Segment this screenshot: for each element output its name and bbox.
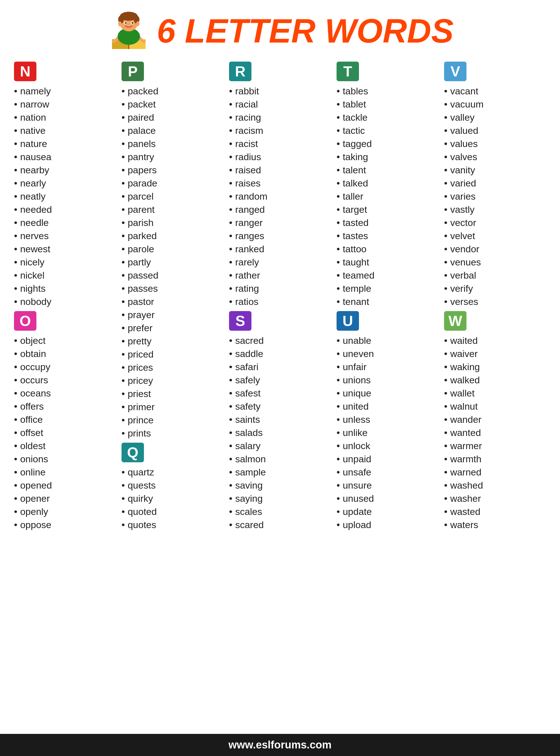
- list-item: waiver: [444, 347, 546, 360]
- page-header: 6 LETTER WORDS: [0, 0, 560, 56]
- letter-badge-W: W: [444, 311, 466, 331]
- list-item: random: [229, 190, 331, 203]
- svg-point-14: [118, 21, 121, 26]
- list-item: priced: [121, 348, 223, 361]
- list-item: occurs: [14, 374, 116, 387]
- list-item: prices: [121, 361, 223, 374]
- word-column: Rrabbitracialracingracismracistradiusrai…: [226, 59, 334, 532]
- list-item: office: [14, 413, 116, 426]
- list-item: priest: [121, 387, 223, 400]
- list-item: nights: [14, 282, 116, 295]
- list-item: nearly: [14, 177, 116, 190]
- list-item: quotes: [121, 518, 223, 532]
- letter-badge-N: N: [14, 62, 36, 81]
- list-item: neatly: [14, 190, 116, 203]
- list-item: tackle: [337, 111, 439, 124]
- list-item: unions: [337, 374, 439, 387]
- list-item: unlock: [337, 439, 439, 453]
- list-item: tablet: [337, 98, 439, 111]
- list-item: salads: [229, 426, 331, 439]
- list-item: safely: [229, 374, 331, 387]
- list-item: newest: [14, 242, 116, 256]
- list-item: needle: [14, 216, 116, 229]
- list-item: waters: [444, 518, 546, 532]
- list-item: teamed: [337, 269, 439, 282]
- boy-avatar: [106, 8, 151, 53]
- letter-badge-Q: Q: [121, 443, 144, 462]
- list-item: rabbit: [229, 84, 331, 98]
- list-item: ranged: [229, 203, 331, 216]
- list-item: raises: [229, 177, 331, 190]
- list-item: waking: [444, 360, 546, 374]
- list-item: unused: [337, 492, 439, 505]
- list-item: pricey: [121, 374, 223, 387]
- list-item: vacuum: [444, 98, 546, 111]
- letter-badge-O: O: [14, 311, 36, 331]
- word-column: Nnamelynarrownationnativenaturenauseanea…: [11, 59, 119, 532]
- list-item: upload: [337, 518, 439, 532]
- list-item: scales: [229, 505, 331, 518]
- list-item: nicely: [14, 256, 116, 269]
- list-item: nobody: [14, 295, 116, 308]
- list-item: prince: [121, 414, 223, 427]
- letter-badge-V: V: [444, 62, 466, 81]
- word-column: Ttablestablettackletactictaggedtakingtal…: [334, 59, 441, 532]
- list-item: packed: [121, 84, 223, 98]
- list-item: parish: [121, 216, 223, 229]
- list-item: parade: [121, 177, 223, 190]
- page-title: 6 LETTER WORDS: [157, 14, 454, 47]
- list-item: native: [14, 124, 116, 137]
- list-item: onions: [14, 453, 116, 466]
- list-item: velvet: [444, 229, 546, 242]
- list-item: sample: [229, 466, 331, 479]
- list-item: vastly: [444, 203, 546, 216]
- list-item: raised: [229, 163, 331, 177]
- list-item: wasted: [444, 505, 546, 518]
- word-columns: Nnamelynarrownationnativenaturenauseanea…: [0, 56, 560, 537]
- list-item: primer: [121, 400, 223, 414]
- list-item: vector: [444, 216, 546, 229]
- letter-badge-P: P: [121, 62, 144, 81]
- list-item: quirky: [121, 492, 223, 505]
- list-item: target: [337, 203, 439, 216]
- list-item: unpaid: [337, 453, 439, 466]
- list-item: ranges: [229, 229, 331, 242]
- list-item: taught: [337, 256, 439, 269]
- list-item: nerves: [14, 229, 116, 242]
- word-column: Vvacantvacuumvalleyvaluedvaluesvalvesvan…: [441, 59, 549, 532]
- list-item: temple: [337, 282, 439, 295]
- list-item: parked: [121, 229, 223, 242]
- list-item: radius: [229, 151, 331, 163]
- list-item: parcel: [121, 190, 223, 203]
- list-item: pantry: [121, 151, 223, 163]
- list-item: quoted: [121, 505, 223, 518]
- list-item: verify: [444, 282, 546, 295]
- list-item: passes: [121, 282, 223, 295]
- list-item: ranger: [229, 216, 331, 229]
- list-item: safest: [229, 387, 331, 400]
- list-item: safari: [229, 360, 331, 374]
- list-item: walnut: [444, 400, 546, 413]
- list-item: panels: [121, 137, 223, 151]
- list-item: unlike: [337, 426, 439, 439]
- list-item: tenant: [337, 295, 439, 308]
- list-item: waited: [444, 334, 546, 347]
- list-item: saving: [229, 479, 331, 492]
- list-item: racial: [229, 98, 331, 111]
- list-item: rarely: [229, 256, 331, 269]
- letter-badge-T: T: [337, 62, 359, 81]
- letter-badge-U: U: [337, 311, 359, 331]
- list-item: prayer: [121, 308, 223, 321]
- list-item: rating: [229, 282, 331, 295]
- list-item: saints: [229, 413, 331, 426]
- list-item: tastes: [337, 229, 439, 242]
- list-item: unless: [337, 413, 439, 426]
- list-item: unique: [337, 387, 439, 400]
- list-item: taller: [337, 190, 439, 203]
- list-item: ratios: [229, 295, 331, 308]
- list-item: nature: [14, 137, 116, 151]
- list-item: tactic: [337, 124, 439, 137]
- list-item: varied: [444, 177, 546, 190]
- list-item: vendor: [444, 242, 546, 256]
- list-item: walked: [444, 374, 546, 387]
